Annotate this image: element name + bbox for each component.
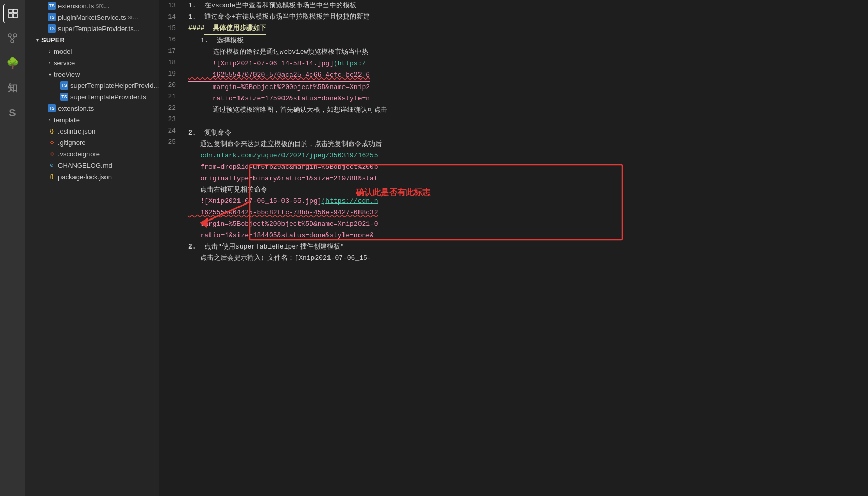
list-item[interactable]: TS extension.ts src... (25, 0, 159, 11)
typescript-icon: TS (48, 2, 56, 10)
svg-rect-0 (9, 9, 12, 13)
file-label: extension.ts (58, 2, 94, 10)
editor-line: from=drop&id=uf6fb29ac&margin=%5Bobject%… (188, 162, 860, 173)
editor-line: ratio=1&size=175902&status=done&style=n (188, 93, 860, 105)
editor-line: 2. 复制命令 (188, 127, 860, 139)
editor-line (188, 116, 860, 127)
editor-line: cdn.nlark.com/yuque/0/2021/jpeg/356319/1… (188, 150, 860, 162)
treeview-folder[interactable]: ▾ treeView (25, 68, 159, 80)
line-text: 点击之后会提示输入）文件名：[Xnip2021-07-06_15- (188, 253, 371, 264)
chevron-down-icon: ▾ (33, 36, 41, 44)
line-numbers: 13 14 15 16 17 18 19 20 21 22 23 24 25 (159, 0, 180, 496)
svg-point-4 (8, 34, 11, 37)
chevron-right-icon: › (46, 115, 54, 124)
file-label: .eslintrc.json (58, 127, 95, 135)
editor-line: 1. 通过命令+右键从模板市场当中拉取模板并且快捷的新建 (188, 11, 860, 23)
svg-rect-1 (13, 9, 17, 13)
folder-label: model (54, 48, 72, 55)
editor-line: #### 具体使用步骤如下 (188, 23, 860, 35)
typescript-icon: TS (60, 93, 68, 101)
sidebar: TS extension.ts src... TS pluginMarketSe… (25, 0, 159, 496)
editor-line: 1625555064425-bbc82ffc-78bb-456e-9427-68… (188, 207, 860, 218)
file-label: superTemplateProvider.ts (70, 93, 146, 101)
list-item[interactable]: TS superTemplateHelperProvid... (25, 80, 159, 91)
editor-area: 13 14 15 16 17 18 19 20 21 22 23 24 25 1… (159, 0, 868, 496)
folder-label: service (54, 59, 75, 67)
list-item[interactable]: TS pluginMarketService.ts sr... (25, 11, 159, 23)
typescript-icon: TS (48, 13, 56, 21)
list-item[interactable]: TS superTemplateProvider.ts (25, 91, 159, 103)
line-text: 通过预览模板缩略图，首先确认大概，如想详细确认可点击 (188, 105, 387, 116)
list-item[interactable]: TS extension.ts (25, 103, 159, 114)
list-item[interactable]: {} .eslintrc.json (25, 125, 159, 137)
svg-line-7 (10, 37, 12, 40)
editor-line: margin=%5Bobject%200bject%5D&name=Xnip2 (188, 82, 860, 93)
line-text: 2. (188, 241, 197, 253)
line-text: 1. 在vscode当中查看和预览模板市场当中当中的模板 (188, 0, 356, 11)
url-line: originalType=binary&ratio=1&size=219788&… (188, 173, 378, 184)
editor-content: 1. 在vscode当中查看和预览模板市场当中当中的模板 1. 通过命令+右键从… (180, 0, 868, 496)
list-item[interactable]: ◇ .vscodeignore (25, 148, 159, 159)
template-folder[interactable]: › template (25, 114, 159, 125)
file-path: sr... (128, 13, 138, 21)
line-text: 复制命令 (197, 127, 232, 139)
editor-line: ![Xnip2021-07-06_15-03-55.jpg](https://c… (188, 196, 860, 207)
heading-text: #### (188, 23, 204, 34)
json-icon: {} (48, 172, 56, 181)
editor-line: 选择模板的途径是通过webview预览模板市场当中热 (188, 47, 860, 58)
service-folder[interactable]: › service (25, 57, 159, 68)
img-markdown: ![Xnip2021-07-06_15-03-55.jpg] (188, 196, 321, 207)
line-text: 1. 通过命令+右键从模板市场当中拉取模板并且快捷的新建 (188, 11, 370, 23)
json-icon: {} (48, 127, 56, 135)
line-text: 点击右键可见相关命令 (188, 184, 267, 196)
svg-point-5 (13, 34, 17, 37)
editor-line: 1. 在vscode当中查看和预览模板市场当中当中的模板 (188, 0, 860, 11)
zhihu-icon[interactable]: 知 (3, 79, 22, 97)
url-line: ratio=1&size=184405&status=done&style=no… (188, 230, 374, 241)
editor-line: ratio=1&size=184405&status=done&style=no… (188, 230, 860, 241)
git-icon: ◇ (48, 138, 56, 147)
file-label: .gitignore (58, 139, 85, 147)
list-item[interactable]: ⊙ CHANGELOG.md (25, 159, 159, 171)
svg-point-6 (11, 40, 14, 43)
file-label: .vscodeignore (58, 150, 100, 158)
url-text: cdn.nlark.com/yuque/0/2021/jpeg/356319/1… (188, 150, 378, 162)
extension-s-icon[interactable]: S (3, 104, 22, 122)
vscode-icon: ◇ (48, 150, 56, 158)
folder-label: SUPER (41, 36, 65, 44)
tree-icon[interactable]: 🌳 (3, 54, 22, 72)
url-line: 1625555064425-bbc82ffc-78bb-456e-9427-68… (188, 207, 378, 218)
heading-text: 具体使用步骤如下 (204, 23, 266, 35)
chevron-right-icon: › (46, 47, 54, 55)
file-label: CHANGELOG.md (58, 162, 112, 169)
typescript-icon: TS (48, 104, 56, 112)
super-folder[interactable]: ▾ SUPER (25, 34, 159, 46)
chevron-right-icon: › (46, 59, 54, 67)
editor-line: originalType=binary&ratio=1&size=219788&… (188, 173, 860, 184)
line-text: 点击"使用superTableHelper插件创建模板" (197, 241, 345, 253)
file-label: superTemplateProvider.ts... (58, 25, 140, 33)
list-item[interactable]: TS superTemplateProvider.ts... (25, 23, 159, 34)
model-folder[interactable]: › model (25, 46, 159, 57)
url-line: 1625554707020-570aca25-4c66-4cfc-bc22-6 (188, 69, 370, 82)
typescript-icon: TS (48, 24, 56, 33)
line-text: 1. 选择模板 (188, 35, 244, 47)
source-control-icon[interactable] (3, 29, 22, 48)
chevron-down-icon: ▾ (46, 70, 54, 78)
files-icon[interactable] (3, 4, 22, 23)
list-item[interactable]: ◇ .gitignore (25, 137, 159, 148)
folder-label: template (54, 116, 80, 124)
editor-line: margin=%5Bobject%200bject%5D&name=Xnip20… (188, 218, 860, 230)
editor-line: 1625554707020-570aca25-4c66-4cfc-bc22-6 (188, 69, 860, 82)
file-label: superTemplateHelperProvid... (70, 82, 159, 90)
editor-line: 通过复制命令来达到建立模板的目的，点击完复制命令成功后 (188, 139, 860, 150)
file-label: extension.ts (58, 105, 94, 112)
editor-line: 点击右键可见相关命令 (188, 184, 860, 196)
url-line: margin=%5Bobject%200bject%5D&name=Xnip2 (188, 82, 370, 93)
line-text: 2. (188, 127, 197, 139)
line-text: 通过复制命令来达到建立模板的目的，点击完复制命令成功后 (188, 139, 382, 150)
file-label: package-lock.json (58, 173, 112, 181)
url-line: margin=%5Bobject%200bject%5D&name=Xnip20… (188, 218, 378, 230)
list-item[interactable]: {} package-lock.json (25, 171, 159, 182)
editor-line: 1. 选择模板 (188, 35, 860, 47)
